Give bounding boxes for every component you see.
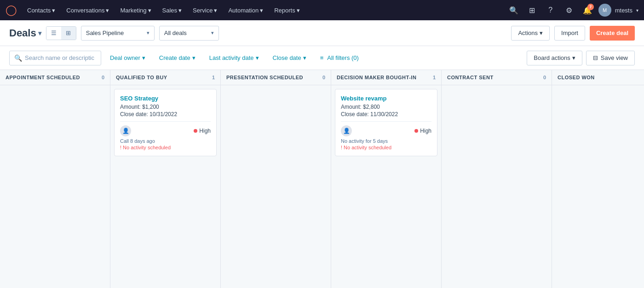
save-view-button[interactable]: ⊟ Save view: [586, 51, 635, 65]
board-view-button[interactable]: ⊞: [61, 27, 76, 40]
chevron-down-icon: ▾: [148, 7, 151, 14]
column-title: Appointment Scheduled: [6, 75, 99, 80]
filter-chevron-icon: ▾: [303, 54, 306, 61]
chevron-down-icon: ▾: [214, 7, 217, 14]
column-title: Contract Sent: [447, 75, 540, 80]
page-title[interactable]: Deals ▾: [9, 27, 41, 39]
deal-amount: Amount: $1,200: [120, 104, 211, 110]
column-count: 1: [212, 75, 215, 80]
page-toolbar: Deals ▾ ☰ ⊞ Sales Pipeline ▾ All deals ▾…: [0, 20, 644, 46]
deals-chevron-icon: ▾: [211, 30, 214, 36]
column-count: 0: [543, 75, 546, 80]
column-count: 1: [433, 75, 436, 80]
notifications-icon[interactable]: 🔔 7: [580, 3, 595, 18]
column-title: Qualified to Buy: [116, 75, 209, 80]
create-deal-button[interactable]: Create deal: [590, 26, 635, 41]
main-nav: ◯ Contacts ▾ Conversations ▾ Marketing ▾…: [0, 0, 644, 20]
column-header: Contract Sent0: [442, 70, 552, 85]
notification-badge: 7: [587, 4, 594, 10]
column-title: Presentation Scheduled: [226, 75, 320, 80]
kanban-board: Appointment Scheduled0Qualified to Buy1S…: [0, 70, 644, 288]
marketplace-icon[interactable]: ⊞: [525, 3, 540, 18]
create-date-filter[interactable]: Create date ▾: [154, 51, 201, 65]
import-button[interactable]: Import: [554, 26, 585, 41]
filter-chevron-icon: ▾: [256, 54, 259, 61]
help-icon[interactable]: ?: [543, 3, 558, 18]
deal-owner-filter[interactable]: Deal owner ▾: [105, 51, 150, 65]
column-body: SEO StrategyAmount: $1,200Close date: 10…: [110, 85, 220, 288]
pipeline-chevron-icon: ▾: [147, 30, 150, 36]
deal-priority: High: [194, 128, 211, 134]
deal-card[interactable]: SEO StrategyAmount: $1,200Close date: 10…: [114, 89, 217, 156]
column-body: Website revampAmount: $2,800Close date: …: [331, 85, 441, 288]
all-filters-button[interactable]: ≡ All filters (0): [315, 51, 364, 65]
nav-contacts[interactable]: Contacts ▾: [23, 0, 60, 20]
actions-chevron-icon: ▾: [540, 29, 543, 36]
column-count: 0: [102, 75, 104, 80]
search-input[interactable]: 🔍 Search name or descriptic: [9, 51, 101, 65]
filter-chevron-icon: ▾: [192, 54, 196, 61]
deal-name: SEO Strategy: [120, 95, 211, 102]
actions-button[interactable]: Actions ▾: [511, 26, 550, 41]
settings-icon[interactable]: ⚙: [562, 3, 576, 18]
column-header: Appointment Scheduled0: [0, 70, 110, 85]
filter-chevron-icon: ▾: [142, 54, 145, 61]
view-toggle: ☰ ⊞: [46, 26, 76, 40]
deal-name: Website revamp: [341, 95, 431, 102]
search-icon[interactable]: 🔍: [506, 3, 521, 18]
board-actions-button[interactable]: Board actions ▾: [527, 51, 582, 65]
user-chevron-icon: ▾: [636, 8, 638, 13]
chevron-down-icon: ▾: [260, 7, 263, 14]
close-date-filter[interactable]: Close date ▾: [268, 51, 311, 65]
deal-amount: Amount: $2,800: [341, 104, 431, 110]
last-activity-date-filter[interactable]: Last activity date ▾: [204, 51, 264, 65]
deals-filter-select[interactable]: All deals ▾: [159, 26, 219, 41]
column-title: Closed Won: [558, 75, 644, 80]
pipeline-select[interactable]: Sales Pipeline ▾: [81, 26, 155, 41]
deal-footer: 👤High: [120, 125, 211, 136]
nav-automation[interactable]: Automation ▾: [224, 0, 268, 20]
list-view-button[interactable]: ☰: [46, 27, 61, 40]
kanban-column: Qualified to Buy1SEO StrategyAmount: $1,…: [110, 70, 221, 288]
kanban-column: Appointment Scheduled0: [0, 70, 110, 288]
column-count: 0: [322, 75, 325, 80]
priority-dot-icon: [414, 129, 418, 133]
kanban-column: Contract Sent0: [442, 70, 552, 288]
deal-footer: 👤High: [341, 125, 431, 136]
deal-divider: [120, 121, 211, 122]
nav-conversations[interactable]: Conversations ▾: [62, 0, 114, 20]
deal-last-activity: No activity for 5 days: [341, 138, 431, 144]
username[interactable]: mtests: [615, 7, 632, 14]
nav-marketing[interactable]: Marketing ▾: [115, 0, 155, 20]
nav-service[interactable]: Service ▾: [188, 0, 222, 20]
priority-label: High: [420, 128, 431, 134]
deal-no-activity: ! No activity scheduled: [341, 145, 431, 150]
column-title: Decision Maker Bought-In: [337, 75, 430, 80]
deal-close-date: Close date: 10/31/2022: [120, 111, 211, 118]
nav-reports[interactable]: Reports ▾: [270, 0, 305, 20]
search-icon: 🔍: [14, 54, 22, 62]
deal-no-activity: ! No activity scheduled: [120, 145, 211, 150]
deal-owner-avatar: 👤: [341, 125, 352, 136]
priority-label: High: [199, 128, 211, 134]
column-body: [442, 85, 552, 288]
column-header: Presentation Scheduled0: [221, 70, 331, 85]
priority-dot-icon: [194, 129, 197, 133]
deal-last-activity: Call 8 days ago: [120, 138, 211, 144]
kanban-column: Presentation Scheduled0: [221, 70, 331, 288]
hubspot-logo[interactable]: ◯: [6, 4, 17, 16]
chevron-down-icon: ▾: [52, 7, 55, 14]
chevron-down-icon: ▾: [297, 7, 300, 14]
column-body: [221, 85, 331, 288]
title-chevron-icon: ▾: [38, 29, 41, 37]
deal-close-date: Close date: 11/30/2022: [341, 111, 431, 118]
avatar[interactable]: M: [598, 4, 611, 17]
deal-card[interactable]: Website revampAmount: $2,800Close date: …: [335, 89, 437, 156]
kanban-column: Decision Maker Bought-In1Website revampA…: [331, 70, 442, 288]
filter-bar: 🔍 Search name or descriptic Deal owner ▾…: [0, 46, 644, 70]
nav-sales[interactable]: Sales ▾: [158, 0, 187, 20]
chevron-down-icon: ▾: [106, 7, 109, 14]
deal-priority: High: [414, 128, 431, 134]
chevron-down-icon: ▾: [178, 7, 182, 14]
deal-divider: [341, 121, 431, 122]
